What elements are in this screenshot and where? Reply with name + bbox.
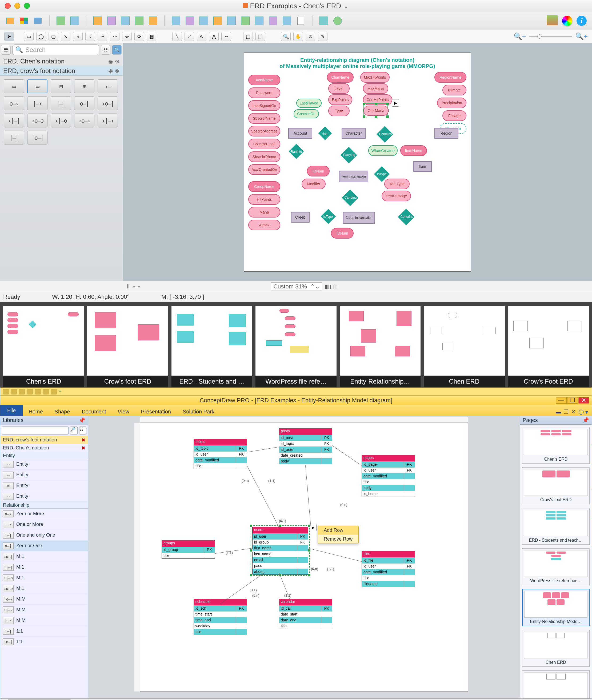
library-relationship-item[interactable]: ›—‹M:M [0,615,88,626]
table-tool[interactable]: ▦ [147,32,156,41]
shape-swatch[interactable]: o—‹ [4,97,24,110]
layout-5-icon[interactable] [226,15,237,26]
line-tool[interactable]: ╲ [172,32,182,41]
attribute-oval[interactable]: Attack [248,220,280,230]
export-icon[interactable] [332,15,343,26]
qat-icon[interactable] [43,389,49,394]
attribute-oval[interactable]: MaxMana [363,83,388,94]
layout-10-icon[interactable] [295,15,306,26]
page-thumbnail[interactable]: Chen ERD [424,306,504,387]
window-zoom-button[interactable] [24,3,30,9]
page-thumbnail[interactable]: Crow's Foot ERD [508,306,589,387]
entity-box[interactable]: Region [434,128,458,139]
layout-3-icon[interactable] [198,15,209,26]
win-restore-button[interactable]: ❐ [567,397,578,403]
shape-swatch[interactable]: |—‹ [27,97,47,110]
layout-4-icon[interactable] [212,15,223,26]
page-thumbnail[interactable]: ERD - Students and … [171,306,252,387]
library-relationship-item[interactable]: ›o—oM:1 [0,583,88,594]
attribute-oval[interactable]: SbscrbrName [248,113,280,124]
entity-box[interactable]: Creep [291,212,310,223]
info-icon[interactable]: i [577,16,587,26]
qat-icon[interactable] [11,389,17,394]
attribute-oval[interactable]: Type [328,106,350,116]
relationship-diamond[interactable]: Contains [398,209,414,225]
ellipse-tool[interactable]: ◯ [36,32,46,41]
page-thumbnail[interactable]: Crow's Foot ERD [522,670,590,698]
stamp-tool[interactable]: ⎚ [306,32,315,41]
arrange-4-icon[interactable] [134,15,145,26]
zoom-slider[interactable]: 🔍− 🔍+ [513,32,588,41]
tree-icon[interactable] [69,15,80,26]
relationship-diamond[interactable]: Has [318,127,332,140]
library-item-chen[interactable]: ERD, Chen's notation✖ [0,444,88,452]
layout-9-icon[interactable] [282,15,292,26]
eye-icon[interactable]: ◉ [108,58,113,64]
conn-1-tool[interactable]: ↘ [61,32,70,41]
page-thumbnail[interactable]: Chen's ERD [3,306,84,387]
attribute-oval[interactable]: Password [248,88,280,98]
conn-6-tool[interactable]: ⤼ [122,32,132,41]
panel-pin-icon[interactable]: 📌 [79,417,85,424]
attribute-oval[interactable]: Modifier [302,178,326,189]
layout-7-icon[interactable] [254,15,264,26]
attribute-oval[interactable]: ItemDamage [382,191,411,201]
attribute-oval[interactable]: Level [328,83,350,94]
zoom-tool[interactable]: 🔍 [281,32,291,41]
library-entity-item[interactable]: ▭Entity [0,459,88,470]
attribute-oval[interactable]: ItemName [400,145,427,156]
shape-swatch[interactable]: ▭ [4,79,24,93]
open-icon[interactable] [5,15,15,26]
library-relationship-item[interactable]: ›|—‹M:M [0,604,88,615]
shape-swatch[interactable]: ›o—| [98,97,118,110]
page-thumbnail[interactable]: WordPress file-refe… [255,306,336,387]
conn-4-tool[interactable]: ⤳ [98,32,107,41]
library-search-input[interactable] [2,427,68,434]
ribbon-tab-document[interactable]: Document [76,407,112,416]
layout-8-icon[interactable] [268,15,279,26]
library-entity-item[interactable]: ▭Entity [0,480,88,491]
page-thumbnail[interactable]: Chen ERD [522,630,590,667]
qat-icon[interactable] [19,389,25,394]
ribbon-tab-home[interactable]: Home [23,407,49,416]
win-minimize-button[interactable]: — [556,397,567,403]
relationship-diamond[interactable]: IsType [321,209,336,224]
library-relationship-item[interactable]: o—‹Zero or More [0,508,88,519]
diagram-canvas[interactable]: Entity-relationship diagram (Chen's nota… [244,53,471,271]
library-relationship-item[interactable]: ›o—|M:1 [0,551,88,562]
presentation-icon[interactable] [318,15,329,26]
qat-icon[interactable] [51,389,57,394]
entity-box[interactable]: Character [342,128,365,139]
shape-swatch[interactable]: ›|—o [51,114,71,127]
shape-swatch[interactable]: ›o—o [27,114,47,127]
eyedrop-tool[interactable]: ✎ [318,32,328,41]
attribute-oval[interactable]: Precipitation [437,98,466,108]
chain-add-icon[interactable] [55,15,66,26]
selected-shape[interactable]: CurrMana [363,103,388,117]
wave-tool[interactable]: ∼ [221,32,231,41]
attribute-oval[interactable]: RegionName [434,72,466,83]
selection-box[interactable] [251,525,310,576]
menu-item-add-row[interactable]: Add Row [318,526,358,535]
palette-icon[interactable] [19,15,29,26]
entity-table[interactable]: scheduleid_schPKtime_starttime_endweekda… [194,599,247,635]
entity-box[interactable]: Item Instantiation [339,171,368,182]
shape-swatch[interactable]: ›o—‹ [74,114,94,127]
close-lib-icon[interactable]: ✖ [81,437,85,443]
page-thumbnail[interactable]: Crow's foot ERD [87,306,168,387]
attribute-oval[interactable]: CreepName [248,181,280,192]
page-thumbnail[interactable]: Chen's ERD [522,427,590,464]
library-entity-item[interactable]: ▭Entity [0,491,88,502]
layout-2-icon[interactable] [185,15,195,26]
doc-restore-icon[interactable]: ❐ [564,409,569,416]
arrange-5-icon[interactable] [148,15,158,26]
curve-tool[interactable]: ∿ [197,32,206,41]
library-relationship-item[interactable]: ›o—‹M:M [0,594,88,604]
panel-pin-icon[interactable]: 📌 [582,417,589,423]
arrange-3-icon[interactable] [120,15,131,26]
relationship-diamond[interactable]: Carrying [341,147,357,163]
entity-table[interactable]: postsid_postPKid_topicFKid_userFKdate_cr… [279,428,332,464]
entity-box[interactable]: Creep Instantiation [343,212,375,224]
doc-close-icon[interactable]: ✕ [571,409,576,416]
entity-table[interactable]: filesid_filePKid_userFKdate_modifiedtitl… [361,551,415,587]
